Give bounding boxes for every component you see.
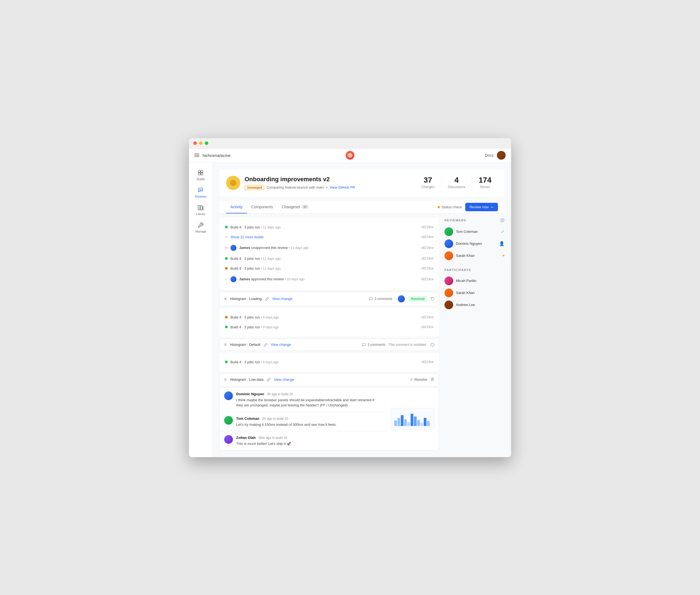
sidebar-item-manage[interactable]: Manage [191, 220, 211, 236]
reviewer-tom: Tom Coleman ✓ [445, 226, 505, 238]
tab-changeset[interactable]: Changeset 37 [277, 201, 313, 214]
svg-rect-31 [424, 418, 426, 426]
comment-item-1: Dominic Nguyen 3h ago in build 10 I thin… [220, 388, 386, 412]
stories-label: Stories [479, 185, 492, 189]
svg-rect-5 [198, 173, 200, 175]
sidebar: Builds Reviews [189, 163, 213, 457]
participant-avatar-micah [445, 277, 453, 285]
svg-point-13 [226, 237, 227, 237]
pr-status-badge: Unmerged [245, 185, 264, 190]
component-name-2: Histogram : Default [230, 343, 260, 347]
hamburger-menu[interactable] [194, 154, 199, 157]
link-icon-1[interactable] [265, 297, 269, 301]
comment-body-2: Let's try making it 150ms instead of 300… [236, 422, 382, 427]
participant-andrew: Andrew Lee [445, 299, 505, 311]
participant-name-micah: Micah Parillo [456, 279, 505, 283]
docs-link[interactable]: Docs [485, 153, 494, 158]
reviewers-title-text: REVIEWERS [445, 219, 466, 222]
tab-components[interactable]: Components [247, 201, 277, 214]
resolve-button-3[interactable]: Resolve [410, 377, 427, 381]
approve-text: James approved this review • 10 days ago [239, 277, 419, 281]
comment-time-3: 50m ago in build 10 [258, 436, 287, 440]
james-avatar-2 [230, 276, 236, 282]
activity-item-unapprove: James unapproved this review • 11 days a… [225, 242, 433, 254]
right-sidebar: REVIEWERS Tom Coleman ✓ Dominic Nguyen 👤 [445, 218, 505, 451]
comment-badge-2: 3 comments [362, 343, 385, 347]
resolve-label: Resolve [414, 377, 427, 381]
svg-rect-6 [201, 173, 202, 175]
component-row-histogram-default: ≡ Histogram : Default View change 3 comm… [220, 339, 439, 351]
settings-icon [225, 235, 228, 239]
reviewer-sarah: Sarah Khan • [445, 250, 505, 262]
github-pr-link[interactable]: View GitHub PR [330, 185, 355, 190]
comment-author-3: Zoltan Olah [236, 435, 256, 440]
view-change-3[interactable]: View change [274, 377, 294, 381]
comment-count-2: 3 comments [367, 343, 385, 347]
dot-6 [225, 361, 228, 363]
view-change-2[interactable]: View change [271, 343, 291, 347]
pr-stat-discussions: 4 Discussions [441, 176, 472, 189]
activity-item-approve: James approved this review • 10 days ago… [225, 274, 433, 285]
maximize-button[interactable] [205, 141, 208, 145]
svg-rect-9 [198, 205, 200, 210]
svg-rect-3 [198, 170, 200, 172]
user-avatar[interactable] [497, 151, 506, 160]
participants-title: PARTICIPANTS [445, 268, 505, 272]
build-hash-5: x8219ce [421, 325, 433, 329]
build-text-1: Build 4 · 3 jobs run • 12 days ago [230, 225, 419, 229]
pr-avatar [226, 176, 240, 190]
review-now-button[interactable]: Review now [465, 203, 498, 211]
sidebar-item-library[interactable]: Library [191, 202, 211, 218]
svg-rect-24 [401, 415, 403, 426]
participant-micah: Micah Parillo [445, 275, 505, 287]
activity-column: Build 4 · 3 jobs run • 12 days ago x8219… [220, 218, 439, 451]
view-change-1[interactable]: View change [272, 297, 292, 301]
app-logo [346, 151, 354, 160]
build-group-2: Build 4 · 3 jobs run • 9 days ago x8219c… [220, 308, 439, 337]
tab-activity[interactable]: Activity [226, 201, 247, 214]
delete-button-3[interactable] [430, 377, 435, 382]
component-section-low-data: ≡ Histogram : Low data View change Resol… [220, 374, 439, 451]
show-more-builds[interactable]: Show 21 more builds [230, 235, 263, 239]
undo-button-1[interactable] [430, 296, 435, 301]
undo-icon [430, 296, 435, 300]
participant-sarah: Sarah Khan [445, 287, 505, 299]
activity-item-build2: Build 4 · 3 jobs run • 11 days ago x8219… [225, 254, 433, 264]
reviews-label: Reviews [195, 195, 207, 198]
library-label: Library [196, 213, 205, 216]
settings-icon-reviewers[interactable] [500, 218, 505, 222]
build-text-5: Build 4 · 3 jobs run • 9 days ago [230, 325, 419, 329]
sidebar-item-reviews[interactable]: Reviews [191, 185, 211, 201]
comment-badge-1: 3 comments [369, 297, 392, 301]
commenter-avatar-1 [398, 295, 405, 303]
status-check: Status check [438, 205, 461, 209]
minimize-button[interactable] [199, 141, 202, 145]
participant-avatar-sarah [445, 288, 453, 297]
participant-avatar-andrew [445, 301, 453, 309]
navbar: hichroma/acme Docs [189, 148, 511, 163]
status-check-label: Status check [442, 205, 461, 209]
chat-icon-2 [362, 343, 366, 347]
builds-label: Builds [197, 177, 205, 181]
tabs-bar: Activity Components Changeset 37 Status … [220, 201, 505, 214]
dot-5 [225, 325, 228, 328]
build-hash-2: x8219ce [421, 257, 433, 260]
repo-name: hichroma/acme [202, 153, 231, 158]
build-text-4: Build 4 · 3 jobs run • 9 days ago [230, 315, 419, 319]
chart-thumbnail [391, 408, 435, 430]
svg-rect-22 [394, 421, 397, 426]
builds-icon [198, 170, 204, 176]
activity-build-6: Build 4 · 3 jobs run • 9 days ago x8219c… [225, 357, 433, 367]
discussions-num: 4 [448, 176, 465, 185]
svg-rect-29 [417, 420, 420, 426]
lines-icon-2: ≡ [224, 342, 227, 347]
sidebar-item-builds[interactable]: Builds [191, 167, 211, 183]
pr-meta: Unmerged Comparing feature-branch with m… [245, 185, 410, 190]
close-button[interactable] [193, 141, 197, 145]
build-text-6: Build 4 · 3 jobs run • 9 days ago [230, 360, 419, 364]
reviewer-avatar-sarah [445, 251, 453, 260]
link-icon-2[interactable] [264, 343, 268, 347]
tab-components-label: Components [251, 205, 273, 209]
link-icon-3[interactable] [267, 378, 271, 381]
component-row-low-data: ≡ Histogram : Low data View change Resol… [220, 374, 439, 386]
